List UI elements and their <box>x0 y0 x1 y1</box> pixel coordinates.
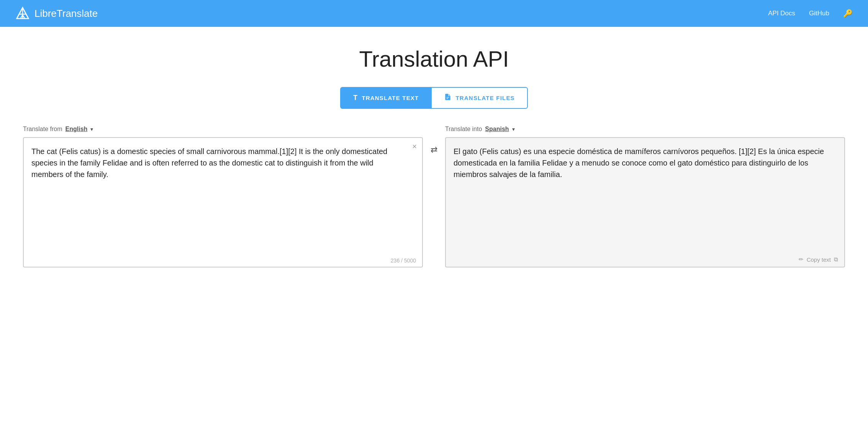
output-textarea-wrapper: El gato (Felis catus) es una especie dom… <box>445 137 845 267</box>
copy-icon: ⧉ <box>834 256 838 263</box>
source-lang-chevron[interactable]: ▾ <box>90 126 93 132</box>
source-label: Translate from <box>23 126 62 133</box>
output-label: Translate into <box>445 126 482 133</box>
tab-translate-text-label: TRANSLATE TEXT <box>362 95 419 101</box>
translate-section: Translate from English ▾ The cat (Felis … <box>23 126 845 267</box>
api-docs-link[interactable]: API Docs <box>768 10 795 17</box>
output-language[interactable]: Spanish <box>485 126 509 133</box>
output-lang-chevron[interactable]: ▾ <box>512 126 515 132</box>
swap-container: ⇄ <box>423 126 445 156</box>
app-logo: LibreTranslate <box>15 6 98 21</box>
pencil-icon: ✏ <box>799 256 804 263</box>
source-lang-selector: Translate from English ▾ <box>23 126 423 133</box>
char-count: 236 / 5000 <box>24 254 422 267</box>
clear-button[interactable]: × <box>412 143 417 150</box>
output-actions: ✏ Copy text ⧉ <box>446 253 844 266</box>
output-lang-selector: Translate into Spanish ▾ <box>445 126 845 133</box>
page-title: Translation API <box>23 46 845 72</box>
output-text: El gato (Felis catus) es una especie dom… <box>446 138 844 253</box>
key-icon[interactable]: 🔑 <box>843 9 853 18</box>
logo-text: LibreTranslate <box>34 8 98 20</box>
logo-icon <box>15 6 30 21</box>
translate-text-icon: T <box>353 94 358 102</box>
tab-translate-files[interactable]: TRANSLATE FILES <box>431 87 527 109</box>
github-link[interactable]: GitHub <box>809 10 829 17</box>
swap-button[interactable]: ⇄ <box>429 143 439 156</box>
copy-text-button[interactable]: ✏ Copy text ⧉ <box>799 256 838 263</box>
copy-text-label: Copy text <box>807 256 831 263</box>
header-nav: API Docs GitHub 🔑 <box>768 9 853 18</box>
tabs-container: T TRANSLATE TEXT TRANSLATE FILES <box>23 87 845 109</box>
tab-translate-files-label: TRANSLATE FILES <box>455 95 514 101</box>
source-language[interactable]: English <box>66 126 88 133</box>
translate-files-icon <box>444 93 452 103</box>
tab-translate-text[interactable]: T TRANSLATE TEXT <box>340 87 431 109</box>
source-panel: Translate from English ▾ The cat (Felis … <box>23 126 423 267</box>
output-panel: Translate into Spanish ▾ El gato (Felis … <box>445 126 845 267</box>
source-textarea-wrapper: The cat (Felis catus) is a domestic spec… <box>23 137 423 267</box>
source-textarea[interactable]: The cat (Felis catus) is a domestic spec… <box>24 138 422 253</box>
